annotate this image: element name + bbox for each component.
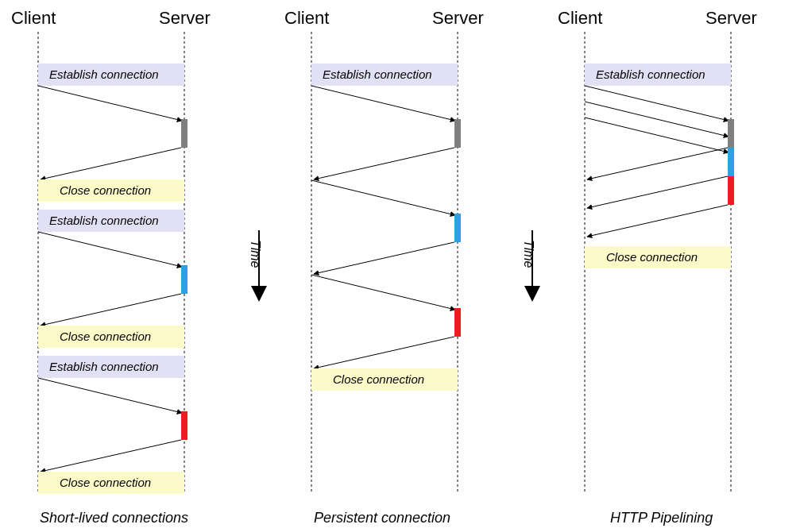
- response-arrow: [314, 148, 454, 179]
- caption-pipelining: HTTP Pipelining: [610, 510, 713, 526]
- server-label: Server: [432, 8, 484, 28]
- establish-text: Establish connection: [323, 67, 432, 81]
- processing-red: [454, 308, 461, 337]
- request-arrow: [38, 86, 182, 121]
- establish-text: Establish connection: [49, 67, 159, 81]
- connection-models-diagram: Client Server Establish connection Close…: [0, 0, 804, 532]
- establish-text: Establish connection: [596, 67, 705, 81]
- close-text: Close connection: [60, 476, 151, 489]
- request-arrow: [38, 378, 182, 413]
- panel-pipelining: Client Server Establish connection Close…: [558, 8, 757, 526]
- response-arrow: [587, 176, 728, 208]
- request-arrow: [585, 102, 729, 137]
- request-arrow: [585, 118, 729, 152]
- client-label: Client: [558, 8, 602, 28]
- processing-gray: [181, 119, 187, 148]
- processing-blue: [181, 265, 187, 294]
- close-text: Close connection: [60, 330, 151, 343]
- time-axis-icon: Time: [522, 230, 535, 294]
- response-arrow: [41, 148, 181, 179]
- response-arrow: [41, 294, 181, 326]
- processing-gray: [728, 119, 734, 148]
- close-text: Close connection: [60, 183, 151, 197]
- processing-gray: [454, 119, 461, 148]
- request-arrow: [38, 232, 182, 267]
- request-arrow: [311, 275, 455, 310]
- time-label: Time: [522, 240, 535, 268]
- request-arrow: [585, 86, 729, 121]
- server-label: Server: [705, 8, 757, 28]
- establish-text: Establish connection: [49, 214, 159, 227]
- panel-short-lived: Client Server Establish connection Close…: [11, 8, 211, 526]
- processing-blue: [454, 214, 461, 242]
- caption-short: Short-lived connections: [40, 510, 188, 526]
- client-label: Client: [284, 8, 329, 28]
- establish-text: Establish connection: [49, 360, 159, 373]
- response-arrow: [314, 242, 454, 274]
- response-arrow: [41, 440, 181, 472]
- time-axis-icon: Time: [249, 230, 262, 294]
- processing-blue: [728, 148, 734, 176]
- response-arrow: [314, 337, 454, 368]
- response-arrow: [587, 148, 728, 179]
- close-text: Close connection: [606, 250, 698, 264]
- request-arrow: [311, 180, 455, 215]
- time-label: Time: [249, 240, 262, 268]
- request-arrow: [311, 86, 455, 121]
- processing-red: [181, 411, 187, 440]
- panel-persistent: Client Server Establish connection Close…: [284, 8, 484, 526]
- close-text: Close connection: [333, 372, 424, 386]
- processing-red: [728, 176, 734, 205]
- caption-persistent: Persistent connection: [314, 510, 450, 526]
- server-label: Server: [159, 8, 211, 28]
- response-arrow: [587, 205, 728, 237]
- client-label: Client: [11, 8, 56, 28]
